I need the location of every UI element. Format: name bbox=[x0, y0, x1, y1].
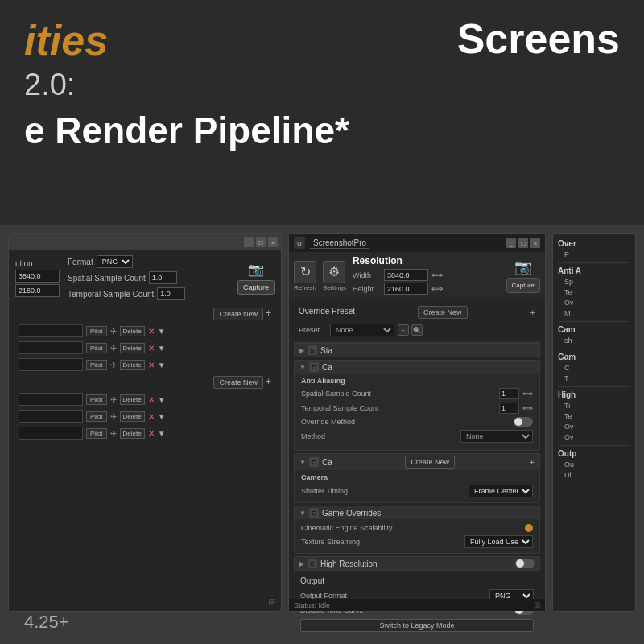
create-new-button-2[interactable]: Create New bbox=[213, 376, 263, 389]
right-ou: Ou bbox=[558, 460, 630, 469]
preset-back-btn[interactable]: ← bbox=[398, 324, 409, 336]
capture-btn-mid[interactable]: Capture bbox=[506, 278, 540, 293]
override-method-toggle[interactable] bbox=[514, 417, 533, 427]
format-label: Format bbox=[68, 258, 93, 266]
settings-button[interactable]: ⚙ bbox=[323, 261, 345, 283]
item-name-input[interactable] bbox=[19, 341, 83, 354]
width-label: Width bbox=[353, 271, 381, 279]
list-group-2: Pilot ✈ Delete ✕ ▼ Pilot ✈ Delete ✕ ▼ Pi… bbox=[15, 391, 275, 441]
pilot-button[interactable]: Pilot bbox=[86, 428, 107, 439]
plane-icon: ✈ bbox=[110, 361, 117, 369]
pilot-button[interactable]: Pilot bbox=[86, 411, 107, 422]
delete-button[interactable]: Delete bbox=[120, 411, 145, 422]
maximize-btn[interactable]: □ bbox=[256, 237, 266, 247]
cin-section: ▶ C High Resolution bbox=[294, 556, 540, 571]
resolution-title: Resolution bbox=[353, 255, 500, 266]
minimize-btn[interactable]: _ bbox=[244, 237, 254, 247]
collapse-arrow: ▶ bbox=[299, 347, 304, 354]
right-divider-2 bbox=[558, 321, 630, 322]
settings-content: Override Preset Create New + Preset None… bbox=[289, 299, 545, 638]
version-text: 4.25+ bbox=[24, 612, 69, 633]
sta-header[interactable]: ▶ S Sta bbox=[295, 344, 539, 357]
chevron-down-icon[interactable]: ▼ bbox=[158, 412, 166, 421]
ca1-body: Anti Aliasing Spatial Sample Count ⟺ Tem… bbox=[295, 374, 539, 450]
delete-button[interactable]: Delete bbox=[120, 360, 145, 370]
minimize-btn-mid[interactable]: _ bbox=[506, 238, 516, 248]
ue-toolbar: ↻ Refresh ⚙ Settings Resolution Width ⟺ … bbox=[289, 252, 545, 299]
chevron-down-icon[interactable]: ▼ bbox=[158, 327, 166, 336]
delete-button[interactable]: Delete bbox=[120, 326, 145, 336]
chevron-down-icon[interactable]: ▼ bbox=[158, 344, 166, 353]
item-name-input[interactable] bbox=[19, 410, 83, 423]
ca2-header[interactable]: ▼ C Ca Create New + bbox=[295, 454, 539, 470]
override-method-row: Override Method bbox=[301, 415, 533, 428]
spatial-input[interactable] bbox=[149, 271, 177, 284]
spatial-sample-row: Spatial Sample Count ⟺ bbox=[301, 386, 533, 401]
chevron-down-icon[interactable]: ▼ bbox=[158, 429, 166, 438]
bottom-section: _ □ × ution Format PNG bbox=[0, 225, 644, 644]
item-name-input[interactable] bbox=[19, 427, 83, 440]
right-p: P bbox=[558, 250, 630, 259]
maximize-btn-mid[interactable]: □ bbox=[518, 238, 528, 248]
ca3-header[interactable]: ▼ C Game Overrides bbox=[295, 506, 539, 519]
right-ti: Ti bbox=[558, 401, 630, 411]
close-icon[interactable]: ✕ bbox=[148, 361, 155, 369]
create-new-sta[interactable]: Create New bbox=[418, 306, 468, 319]
left-panel-titlebar: _ □ × bbox=[9, 234, 281, 250]
height-input-mid[interactable] bbox=[384, 283, 428, 295]
create-new-button-1[interactable]: Create New bbox=[213, 308, 263, 320]
texture-dropdown[interactable]: Fully Load Use bbox=[464, 535, 533, 548]
chevron-down-icon[interactable]: ▼ bbox=[158, 395, 166, 404]
item-name-input[interactable] bbox=[19, 393, 83, 406]
close-icon[interactable]: ✕ bbox=[148, 412, 155, 421]
tab-label[interactable]: ScreenshotPro bbox=[310, 238, 369, 249]
sta-title: Sta bbox=[320, 346, 332, 355]
collapse-arrow-5: ▶ bbox=[299, 560, 304, 568]
shutter-dropdown[interactable]: Frame Center bbox=[469, 485, 533, 497]
method-dropdown[interactable]: None bbox=[460, 430, 533, 443]
temporal-sample-input[interactable] bbox=[499, 402, 519, 414]
chevron-down-icon[interactable]: ▼ bbox=[158, 361, 166, 369]
close-btn-mid[interactable]: × bbox=[530, 238, 540, 248]
ca3-icon: C bbox=[309, 508, 319, 518]
list-item: Pilot ✈ Delete ✕ ▼ bbox=[15, 323, 275, 339]
width-input-mid[interactable] bbox=[384, 269, 428, 281]
right-anti-aliasing-title: Anti A bbox=[558, 266, 630, 275]
pilot-button[interactable]: Pilot bbox=[86, 326, 107, 336]
item-name-input[interactable] bbox=[19, 358, 83, 371]
close-icon[interactable]: ✕ bbox=[148, 344, 155, 353]
refresh-button[interactable]: ↻ bbox=[294, 261, 316, 283]
pilot-button[interactable]: Pilot bbox=[86, 394, 107, 405]
ca3-section: ▼ C Game Overrides Cinematic Engine Scal… bbox=[294, 506, 540, 554]
width-input[interactable] bbox=[15, 270, 60, 283]
close-icon[interactable]: ✕ bbox=[148, 429, 155, 438]
collapse-arrow-3: ▼ bbox=[299, 459, 306, 466]
temporal-input[interactable] bbox=[157, 287, 185, 300]
right-high-title: High bbox=[558, 390, 630, 399]
item-name-input[interactable] bbox=[19, 324, 83, 337]
ca2-section: ▼ C Ca Create New + Camera Shutter Timin… bbox=[294, 453, 540, 503]
pilot-button[interactable]: Pilot bbox=[86, 343, 107, 353]
delete-button[interactable]: Delete bbox=[120, 394, 145, 405]
high-res-toggle[interactable] bbox=[515, 559, 535, 568]
spatial-sample-input[interactable] bbox=[499, 388, 519, 399]
close-btn[interactable]: × bbox=[268, 237, 278, 247]
cin-title: High Resolution bbox=[320, 559, 378, 568]
format-dropdown[interactable]: PNG bbox=[97, 255, 133, 268]
delete-button[interactable]: Delete bbox=[120, 343, 145, 353]
close-icon[interactable]: ✕ bbox=[148, 395, 155, 404]
height-input[interactable] bbox=[15, 284, 60, 297]
title-screenshot: Screens bbox=[457, 14, 620, 63]
delete-button[interactable]: Delete bbox=[120, 428, 145, 439]
switch-legacy-button[interactable]: Switch to Legacy Mode bbox=[300, 619, 534, 632]
create-new-cin[interactable]: Create New bbox=[405, 456, 455, 469]
cin-header[interactable]: ▶ C High Resolution bbox=[295, 557, 539, 570]
right-divider-3 bbox=[558, 349, 630, 349]
preset-search-btn[interactable]: 🔍 bbox=[411, 324, 423, 336]
preset-dropdown[interactable]: None bbox=[330, 324, 394, 336]
close-icon[interactable]: ✕ bbox=[148, 327, 155, 336]
ca1-header[interactable]: ▼ C Ca bbox=[295, 361, 539, 374]
right-camera-title: Cam bbox=[558, 325, 630, 334]
pilot-button[interactable]: Pilot bbox=[86, 360, 107, 370]
capture-button[interactable]: Capture bbox=[237, 280, 275, 295]
